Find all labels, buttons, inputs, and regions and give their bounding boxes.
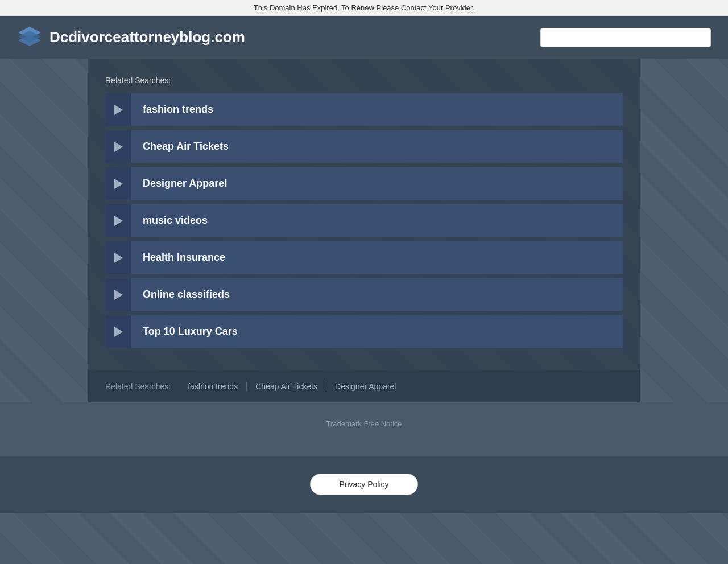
logo-area: Dcdivorceattorneyblog.com: [17, 24, 245, 50]
search-item[interactable]: fashion trends: [105, 93, 623, 126]
search-item-arrow-icon: [105, 167, 131, 200]
search-item-label: Designer Apparel: [131, 167, 623, 200]
logo-icon: [17, 24, 43, 50]
footer-link[interactable]: Designer Apparel: [326, 382, 404, 391]
related-searches-heading: Related Searches:: [105, 76, 623, 85]
search-item[interactable]: Top 10 Luxury Cars: [105, 315, 623, 348]
search-input[interactable]: [540, 28, 711, 47]
footer-related-searches-label: Related Searches:: [105, 382, 171, 391]
notification-bar: This Domain Has Expired, To Renew Please…: [0, 0, 728, 16]
search-item[interactable]: Cheap Air Tickets: [105, 130, 623, 163]
bg-area: Trademark Free Notice: [0, 402, 728, 456]
site-title: Dcdivorceattorneyblog.com: [49, 28, 245, 46]
bottom-area: Privacy Policy: [0, 456, 728, 513]
search-item-label: fashion trends: [131, 93, 623, 126]
search-item-arrow-icon: [105, 278, 131, 311]
search-item-label: music videos: [131, 204, 623, 237]
search-item-arrow-icon: [105, 241, 131, 274]
trademark-notice: Trademark Free Notice: [17, 419, 711, 428]
search-item[interactable]: Designer Apparel: [105, 167, 623, 200]
footer-link[interactable]: Cheap Air Tickets: [247, 382, 326, 391]
search-item-label: Online classifieds: [131, 278, 623, 311]
header: Dcdivorceattorneyblog.com: [0, 16, 728, 59]
notification-text: This Domain Has Expired, To Renew Please…: [254, 3, 475, 12]
search-item-arrow-icon: [105, 130, 131, 163]
search-item[interactable]: Online classifieds: [105, 278, 623, 311]
search-item-arrow-icon: [105, 204, 131, 237]
search-items-list: fashion trendsCheap Air TicketsDesigner …: [105, 93, 623, 348]
footer-links-bar: Related Searches: fashion trendsCheap Ai…: [88, 370, 640, 402]
footer-links-container: fashion trendsCheap Air TicketsDesigner …: [179, 382, 404, 391]
main-content: Related Searches: fashion trendsCheap Ai…: [88, 59, 640, 370]
search-item[interactable]: Health Insurance: [105, 241, 623, 274]
search-item-label: Cheap Air Tickets: [131, 130, 623, 163]
search-item-label: Top 10 Luxury Cars: [131, 315, 623, 348]
privacy-policy-button[interactable]: Privacy Policy: [310, 474, 417, 495]
search-item-label: Health Insurance: [131, 241, 623, 274]
search-item-arrow-icon: [105, 315, 131, 348]
footer-link[interactable]: fashion trends: [179, 382, 247, 391]
search-item-arrow-icon: [105, 93, 131, 126]
search-item[interactable]: music videos: [105, 204, 623, 237]
